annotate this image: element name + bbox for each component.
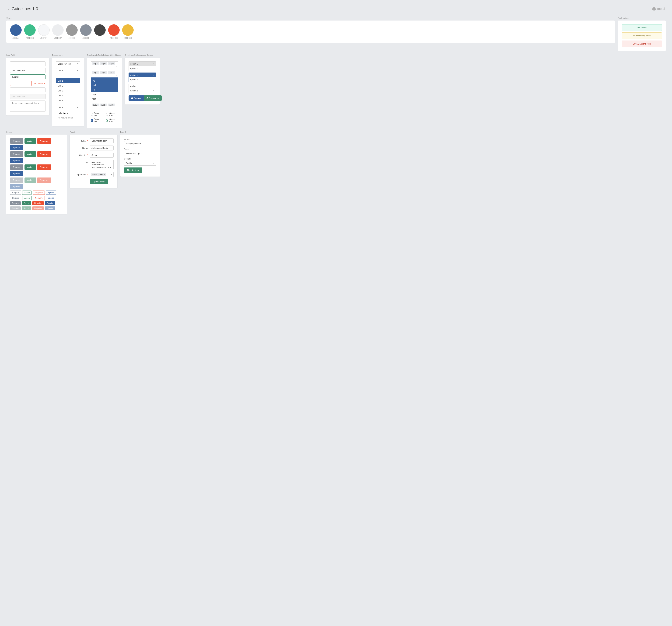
input-fields-card: Can't be blank. — [6, 57, 49, 116]
seg-list1-item1[interactable]: option 1 ▾ — [129, 62, 156, 66]
dropdown2-select[interactable]: Cell 1 — [56, 68, 80, 73]
radio1[interactable] — [91, 113, 93, 116]
btn-regular-3[interactable]: Regular — [10, 165, 23, 170]
tag-close-tag1[interactable]: × — [97, 63, 98, 65]
form2-name-input[interactable] — [124, 151, 156, 156]
tag-dropdown-btn1[interactable]: ▾ — [116, 66, 117, 68]
tag2-close-tag7[interactable]: × — [113, 72, 114, 73]
dropdown-item-cell3[interactable]: Cell 3 — [56, 88, 80, 93]
dropdown-item-cell2[interactable]: Cell 2 — [56, 83, 80, 88]
checkbox-row1: ✓ Some text Some text — [91, 118, 118, 123]
btn-sm-negative-1[interactable]: Negative — [32, 201, 44, 205]
dropdown1-select[interactable]: Dropdown text — [56, 62, 80, 66]
no-results-text: No results found. — [56, 115, 80, 120]
seg-btn-regular[interactable]: Regular — [128, 95, 144, 101]
tag3-close-tag2[interactable]: × — [105, 104, 106, 106]
btn-negative-2[interactable]: Negative — [37, 151, 51, 156]
dropdowns3-card: option 1 ▾ option 2 option 1 ▾ option 2 … — [125, 57, 160, 104]
form1-country-select[interactable]: Serbia — [90, 153, 114, 158]
seg-list3-item1[interactable]: option 1 — [129, 84, 156, 89]
checkbox1[interactable]: ✓ — [91, 119, 93, 122]
swatch-label-green: #3DBE8B — [24, 37, 35, 39]
btn-outline-regular-1[interactable]: Regular — [10, 191, 21, 195]
seg-list2-item1[interactable]: option 1 ▾ — [129, 73, 156, 77]
tag-list-item-tag5[interactable]: tag5 — [91, 97, 118, 101]
tag-input1[interactable]: tag1 × tag2 × tag3 × ▾ — [91, 62, 118, 69]
btn-action-3[interactable]: Action — [24, 165, 36, 170]
tag-dropdown-btn3[interactable]: ▾ — [116, 107, 117, 109]
btn-special-disabled: Special — [10, 184, 23, 189]
textarea-comment[interactable] — [10, 100, 46, 112]
input-with-text[interactable] — [10, 68, 46, 73]
radio3-green[interactable] — [106, 119, 109, 122]
radio-item3[interactable]: Some text — [106, 118, 118, 123]
input-empty[interactable] — [10, 62, 46, 66]
radio2[interactable] — [106, 113, 109, 116]
input-empty2[interactable] — [10, 88, 46, 92]
form1-dept-tag-close[interactable]: × — [104, 173, 105, 175]
radio-item1[interactable]: Some text — [91, 112, 103, 117]
tag-list-item-tag1[interactable]: tag1 — [91, 78, 118, 83]
form2-email-input[interactable] — [124, 141, 156, 146]
dropdown-search-input[interactable] — [56, 74, 80, 78]
btn-outline-negative-1[interactable]: Negative — [33, 191, 45, 195]
btn-special-2[interactable]: Special — [10, 158, 23, 163]
dropdown-item-cell4[interactable]: Cell 4 — [56, 93, 80, 98]
form1-fields: Email Name Country Serbia — [73, 138, 114, 184]
btn-special-3[interactable]: Special — [10, 171, 23, 176]
btn-outline-action-1[interactable]: Action — [22, 191, 32, 195]
seg-list1-item2[interactable]: option 2 — [129, 66, 156, 71]
btn-negative-1[interactable]: Negative — [37, 138, 51, 144]
btn-outline-special-1[interactable]: Special — [46, 191, 56, 195]
form1-name-input[interactable] — [90, 146, 114, 150]
dropdown3-select[interactable]: Cell 1 — [56, 105, 80, 110]
tag-close-tag2[interactable]: × — [105, 63, 106, 65]
btn-outline-action-2[interactable]: Action — [22, 196, 32, 200]
tag-dropdown-btn2[interactable]: ▾ — [116, 75, 117, 77]
btn-sm-action-1[interactable]: Action — [22, 201, 31, 205]
tag-input2[interactable]: tag1 × tag3 × tag7 × ▾ — [91, 70, 118, 78]
radio2-label: Some text — [109, 112, 118, 117]
tag-list-item-tag3[interactable]: tag3 — [91, 87, 118, 92]
btn-negative-3[interactable]: Negative — [37, 165, 51, 170]
form1-dept-dropdown-btn[interactable]: ▾ — [111, 173, 112, 175]
checkbox-item1[interactable]: ✓ Some text — [91, 118, 103, 123]
seg-btn-newcomer[interactable]: Newcomer — [144, 95, 162, 101]
dropdown3-search[interactable] — [56, 111, 80, 115]
seg-list3-item2[interactable]: option 2 ▾ — [129, 89, 156, 93]
tag-list-item-tag4[interactable]: tag4 — [91, 92, 118, 97]
tag2-close-tag3[interactable]: × — [105, 72, 106, 73]
form1-email-input[interactable] — [90, 138, 114, 143]
seg-list3-option2-label: option 2 — [130, 90, 138, 92]
btn-sm-special-disabled: Special — [45, 207, 55, 210]
tag2-close-tag1[interactable]: × — [97, 72, 98, 73]
btn-regular-1[interactable]: Regular — [10, 138, 23, 144]
btn-outline-negative-2[interactable]: Negative — [33, 196, 45, 200]
swatch-red: #EC4E32 — [108, 24, 120, 39]
seg-list2-item2[interactable]: option 2 — [129, 77, 156, 82]
tag-close-tag3[interactable]: × — [113, 63, 114, 65]
btn-outline-special-2[interactable]: Special — [46, 196, 56, 200]
btn-regular-2[interactable]: Regular — [10, 151, 23, 156]
tag-input3[interactable]: tag1 × tag2 × tag3 × ▾ — [91, 102, 118, 110]
form2-country-select[interactable]: Serbia — [124, 161, 156, 166]
btn-sm-regular-1[interactable]: Regular — [10, 201, 21, 205]
form2-submit-btn[interactable]: Update User — [124, 167, 142, 173]
input-error-field[interactable] — [10, 81, 31, 86]
form1-bio-textarea[interactable]: Designer, automotive photographer and pe… — [90, 160, 114, 169]
dropdown-item-cell1-active[interactable]: Cell 1 — [56, 78, 80, 83]
btn-action-2[interactable]: Action — [24, 151, 36, 156]
radio-item2[interactable]: Some text — [106, 112, 118, 117]
dropdown2-group: Cell 1 Cell 1 Cell 2 Cell 3 Cell 4 Cell … — [56, 68, 80, 103]
form1-submit-btn[interactable]: Update User — [90, 179, 108, 184]
btn-sm-special-1[interactable]: Special — [45, 201, 55, 205]
dropdown-item-cell5[interactable]: Cell 5 — [56, 98, 80, 103]
btn-special-1[interactable]: Special — [10, 145, 23, 150]
tag3-close-tag1[interactable]: × — [97, 104, 98, 106]
btn-action-1[interactable]: Action — [24, 138, 36, 144]
form1-dept-tags[interactable]: Development × ▾ — [90, 172, 114, 177]
input-typing[interactable] — [10, 74, 46, 79]
tag3-close-tag3[interactable]: × — [113, 104, 114, 106]
btn-outline-regular-2[interactable]: Regular — [10, 196, 21, 200]
tag-list-item-tag2[interactable]: tag2 — [91, 83, 118, 87]
